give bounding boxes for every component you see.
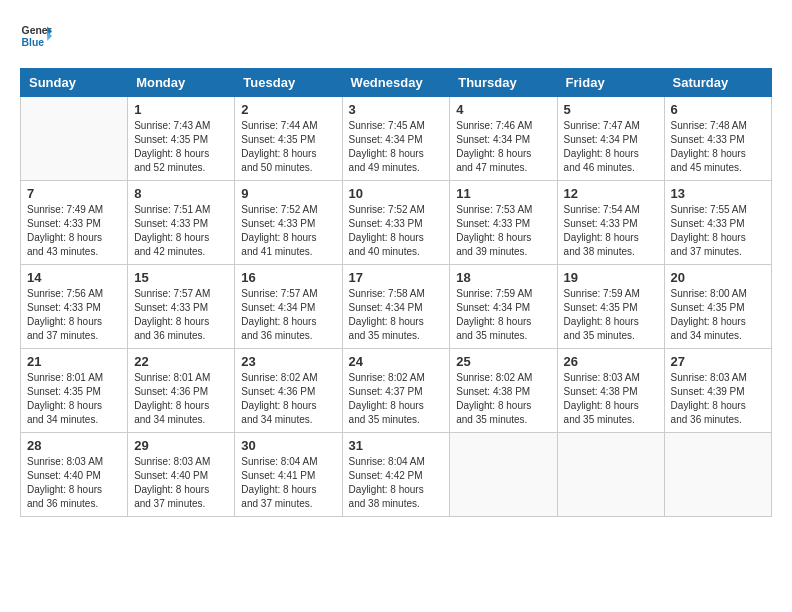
day-info: Sunrise: 7:59 AM Sunset: 4:34 PM Dayligh… — [456, 287, 550, 343]
day-info: Sunrise: 7:51 AM Sunset: 4:33 PM Dayligh… — [134, 203, 228, 259]
day-info: Sunrise: 8:04 AM Sunset: 4:42 PM Dayligh… — [349, 455, 444, 511]
day-info: Sunrise: 8:01 AM Sunset: 4:35 PM Dayligh… — [27, 371, 121, 427]
calendar-cell — [21, 97, 128, 181]
calendar-cell: 4Sunrise: 7:46 AM Sunset: 4:34 PM Daylig… — [450, 97, 557, 181]
day-info: Sunrise: 8:03 AM Sunset: 4:40 PM Dayligh… — [134, 455, 228, 511]
calendar-cell: 28Sunrise: 8:03 AM Sunset: 4:40 PM Dayli… — [21, 433, 128, 517]
day-number: 27 — [671, 354, 765, 369]
calendar-cell: 22Sunrise: 8:01 AM Sunset: 4:36 PM Dayli… — [128, 349, 235, 433]
day-number: 7 — [27, 186, 121, 201]
day-info: Sunrise: 8:03 AM Sunset: 4:38 PM Dayligh… — [564, 371, 658, 427]
calendar-cell: 14Sunrise: 7:56 AM Sunset: 4:33 PM Dayli… — [21, 265, 128, 349]
header: General Blue — [20, 20, 772, 52]
day-number: 14 — [27, 270, 121, 285]
day-number: 17 — [349, 270, 444, 285]
calendar-cell: 24Sunrise: 8:02 AM Sunset: 4:37 PM Dayli… — [342, 349, 450, 433]
weekday-header-wednesday: Wednesday — [342, 69, 450, 97]
day-number: 15 — [134, 270, 228, 285]
weekday-header-friday: Friday — [557, 69, 664, 97]
day-info: Sunrise: 7:44 AM Sunset: 4:35 PM Dayligh… — [241, 119, 335, 175]
day-number: 28 — [27, 438, 121, 453]
calendar-cell — [664, 433, 771, 517]
day-number: 9 — [241, 186, 335, 201]
calendar-cell: 10Sunrise: 7:52 AM Sunset: 4:33 PM Dayli… — [342, 181, 450, 265]
day-number: 29 — [134, 438, 228, 453]
day-number: 16 — [241, 270, 335, 285]
calendar-cell: 17Sunrise: 7:58 AM Sunset: 4:34 PM Dayli… — [342, 265, 450, 349]
day-info: Sunrise: 8:02 AM Sunset: 4:38 PM Dayligh… — [456, 371, 550, 427]
calendar-cell: 7Sunrise: 7:49 AM Sunset: 4:33 PM Daylig… — [21, 181, 128, 265]
day-info: Sunrise: 7:47 AM Sunset: 4:34 PM Dayligh… — [564, 119, 658, 175]
day-number: 1 — [134, 102, 228, 117]
day-info: Sunrise: 8:03 AM Sunset: 4:39 PM Dayligh… — [671, 371, 765, 427]
day-info: Sunrise: 7:58 AM Sunset: 4:34 PM Dayligh… — [349, 287, 444, 343]
day-number: 30 — [241, 438, 335, 453]
day-number: 25 — [456, 354, 550, 369]
calendar-cell: 15Sunrise: 7:57 AM Sunset: 4:33 PM Dayli… — [128, 265, 235, 349]
day-number: 4 — [456, 102, 550, 117]
calendar-cell: 2Sunrise: 7:44 AM Sunset: 4:35 PM Daylig… — [235, 97, 342, 181]
calendar-cell: 23Sunrise: 8:02 AM Sunset: 4:36 PM Dayli… — [235, 349, 342, 433]
weekday-header-saturday: Saturday — [664, 69, 771, 97]
day-info: Sunrise: 8:02 AM Sunset: 4:37 PM Dayligh… — [349, 371, 444, 427]
day-info: Sunrise: 7:54 AM Sunset: 4:33 PM Dayligh… — [564, 203, 658, 259]
day-info: Sunrise: 7:59 AM Sunset: 4:35 PM Dayligh… — [564, 287, 658, 343]
calendar-cell: 30Sunrise: 8:04 AM Sunset: 4:41 PM Dayli… — [235, 433, 342, 517]
day-number: 12 — [564, 186, 658, 201]
calendar-cell: 1Sunrise: 7:43 AM Sunset: 4:35 PM Daylig… — [128, 97, 235, 181]
calendar-cell: 16Sunrise: 7:57 AM Sunset: 4:34 PM Dayli… — [235, 265, 342, 349]
day-number: 26 — [564, 354, 658, 369]
calendar-table: SundayMondayTuesdayWednesdayThursdayFrid… — [20, 68, 772, 517]
calendar-cell: 3Sunrise: 7:45 AM Sunset: 4:34 PM Daylig… — [342, 97, 450, 181]
calendar-week-row-5: 28Sunrise: 8:03 AM Sunset: 4:40 PM Dayli… — [21, 433, 772, 517]
day-number: 19 — [564, 270, 658, 285]
day-number: 2 — [241, 102, 335, 117]
day-info: Sunrise: 8:01 AM Sunset: 4:36 PM Dayligh… — [134, 371, 228, 427]
calendar-week-row-4: 21Sunrise: 8:01 AM Sunset: 4:35 PM Dayli… — [21, 349, 772, 433]
day-number: 24 — [349, 354, 444, 369]
calendar-cell — [557, 433, 664, 517]
day-info: Sunrise: 7:49 AM Sunset: 4:33 PM Dayligh… — [27, 203, 121, 259]
day-info: Sunrise: 8:04 AM Sunset: 4:41 PM Dayligh… — [241, 455, 335, 511]
weekday-header-sunday: Sunday — [21, 69, 128, 97]
calendar-cell: 29Sunrise: 8:03 AM Sunset: 4:40 PM Dayli… — [128, 433, 235, 517]
calendar-cell: 18Sunrise: 7:59 AM Sunset: 4:34 PM Dayli… — [450, 265, 557, 349]
day-number: 22 — [134, 354, 228, 369]
day-number: 20 — [671, 270, 765, 285]
calendar-cell: 20Sunrise: 8:00 AM Sunset: 4:35 PM Dayli… — [664, 265, 771, 349]
day-number: 13 — [671, 186, 765, 201]
day-number: 21 — [27, 354, 121, 369]
day-info: Sunrise: 7:45 AM Sunset: 4:34 PM Dayligh… — [349, 119, 444, 175]
day-info: Sunrise: 8:00 AM Sunset: 4:35 PM Dayligh… — [671, 287, 765, 343]
day-number: 6 — [671, 102, 765, 117]
calendar-cell: 25Sunrise: 8:02 AM Sunset: 4:38 PM Dayli… — [450, 349, 557, 433]
calendar-cell — [450, 433, 557, 517]
day-info: Sunrise: 7:57 AM Sunset: 4:34 PM Dayligh… — [241, 287, 335, 343]
weekday-header-tuesday: Tuesday — [235, 69, 342, 97]
day-number: 23 — [241, 354, 335, 369]
calendar-cell: 19Sunrise: 7:59 AM Sunset: 4:35 PM Dayli… — [557, 265, 664, 349]
day-info: Sunrise: 7:57 AM Sunset: 4:33 PM Dayligh… — [134, 287, 228, 343]
calendar-cell: 13Sunrise: 7:55 AM Sunset: 4:33 PM Dayli… — [664, 181, 771, 265]
calendar-cell: 9Sunrise: 7:52 AM Sunset: 4:33 PM Daylig… — [235, 181, 342, 265]
logo-icon: General Blue — [20, 20, 52, 52]
weekday-header-thursday: Thursday — [450, 69, 557, 97]
weekday-header-monday: Monday — [128, 69, 235, 97]
day-info: Sunrise: 7:52 AM Sunset: 4:33 PM Dayligh… — [241, 203, 335, 259]
day-number: 3 — [349, 102, 444, 117]
day-info: Sunrise: 7:43 AM Sunset: 4:35 PM Dayligh… — [134, 119, 228, 175]
calendar-cell: 21Sunrise: 8:01 AM Sunset: 4:35 PM Dayli… — [21, 349, 128, 433]
day-info: Sunrise: 7:52 AM Sunset: 4:33 PM Dayligh… — [349, 203, 444, 259]
calendar-cell: 11Sunrise: 7:53 AM Sunset: 4:33 PM Dayli… — [450, 181, 557, 265]
calendar-cell: 8Sunrise: 7:51 AM Sunset: 4:33 PM Daylig… — [128, 181, 235, 265]
day-info: Sunrise: 8:02 AM Sunset: 4:36 PM Dayligh… — [241, 371, 335, 427]
calendar-cell: 5Sunrise: 7:47 AM Sunset: 4:34 PM Daylig… — [557, 97, 664, 181]
day-info: Sunrise: 7:46 AM Sunset: 4:34 PM Dayligh… — [456, 119, 550, 175]
day-info: Sunrise: 8:03 AM Sunset: 4:40 PM Dayligh… — [27, 455, 121, 511]
calendar-week-row-2: 7Sunrise: 7:49 AM Sunset: 4:33 PM Daylig… — [21, 181, 772, 265]
logo: General Blue — [20, 20, 52, 52]
day-info: Sunrise: 7:56 AM Sunset: 4:33 PM Dayligh… — [27, 287, 121, 343]
day-number: 31 — [349, 438, 444, 453]
day-number: 5 — [564, 102, 658, 117]
calendar-week-row-1: 1Sunrise: 7:43 AM Sunset: 4:35 PM Daylig… — [21, 97, 772, 181]
